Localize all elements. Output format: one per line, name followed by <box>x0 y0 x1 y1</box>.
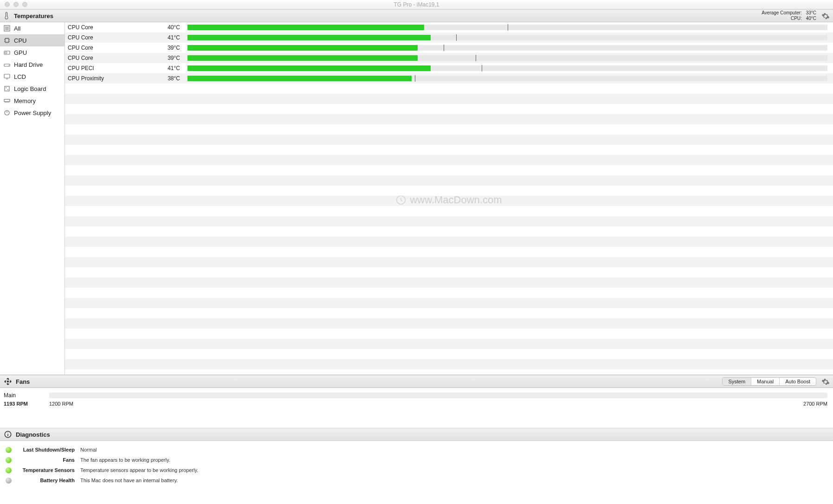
fan-mode-manual[interactable]: Manual <box>751 378 780 385</box>
diagnostics-title: Diagnostics <box>16 431 50 438</box>
sensor-row: CPU Proximity38°C <box>65 73 833 84</box>
diagnostic-value: The fan appears to be working properly. <box>80 457 170 463</box>
status-dot-icon <box>6 478 12 484</box>
minimize-window-icon[interactable] <box>13 2 19 7</box>
svg-point-10 <box>7 89 8 90</box>
sensor-name: CPU Proximity <box>67 75 160 82</box>
svg-point-9 <box>6 87 6 88</box>
sensor-bar-tick <box>482 65 482 71</box>
fan-mode-segmented[interactable]: System Manual Auto Boost <box>722 377 816 386</box>
fans-title: Fans <box>16 378 30 385</box>
fan-row: Main <box>4 392 827 399</box>
empty-row <box>65 298 833 308</box>
svg-rect-1 <box>5 26 9 30</box>
sensor-bar-fill <box>187 45 418 51</box>
sensor-name: CPU Core <box>67 34 160 41</box>
sidebar-item-logic-board[interactable]: Logic Board <box>0 83 65 95</box>
diagnostic-value: Temperature sensors appear to be working… <box>80 467 198 473</box>
zoom-window-icon[interactable] <box>22 2 27 7</box>
sensor-row: CPU Core40°C <box>65 22 833 32</box>
empty-row <box>65 84 833 94</box>
info-icon <box>4 430 12 439</box>
empty-row <box>65 288 833 298</box>
empty-row <box>65 104 833 114</box>
empty-row <box>65 94 833 104</box>
temperatures-body: All CPU GPU Hard Drive LCD Logic Board M… <box>0 22 833 375</box>
empty-row <box>65 186 833 196</box>
fan-mode-system[interactable]: System <box>723 378 751 385</box>
fan-mode-auto-boost[interactable]: Auto Boost <box>780 378 816 385</box>
sidebar-item-hard-drive[interactable]: Hard Drive <box>0 58 65 71</box>
sensor-bar-tick <box>444 45 444 51</box>
empty-row <box>65 339 833 349</box>
sensor-bar <box>187 45 827 51</box>
sidebar-item-label: LCD <box>14 73 26 80</box>
empty-row <box>65 175 833 186</box>
fan-icon <box>4 377 12 386</box>
empty-row <box>65 318 833 329</box>
svg-rect-7 <box>4 74 10 78</box>
close-window-icon[interactable] <box>5 2 10 7</box>
svg-rect-11 <box>4 99 10 102</box>
sensor-name: CPU Core <box>67 45 160 51</box>
sensor-row: CPU Core39°C <box>65 53 833 63</box>
empty-row <box>65 145 833 155</box>
category-sidebar: All CPU GPU Hard Drive LCD Logic Board M… <box>0 22 65 375</box>
fan-min-rpm: 1200 RPM <box>49 401 96 407</box>
sensor-bar-fill <box>187 55 418 61</box>
sidebar-item-power-supply[interactable]: Power Supply <box>0 107 65 119</box>
fan-meta: 1193 RPM 1200 RPM 2700 RPM <box>4 401 827 407</box>
sidebar-item-lcd[interactable]: LCD <box>0 71 65 83</box>
fan-bar <box>49 393 827 398</box>
sidebar-item-memory[interactable]: Memory <box>0 95 65 107</box>
empty-row <box>65 124 833 135</box>
sidebar-item-label: Memory <box>14 97 36 104</box>
header-summary: Average Computer: 33°C CPU: 40°C <box>762 10 816 22</box>
sensor-value: 41°C <box>160 65 187 71</box>
sensor-value: 39°C <box>160 45 187 51</box>
fans-body: Main 1193 RPM 1200 RPM 2700 RPM <box>0 388 833 428</box>
temperatures-header: Temperatures Average Computer: 33°C CPU:… <box>0 9 833 22</box>
empty-row <box>65 257 833 267</box>
sensor-name: CPU Core <box>67 24 160 31</box>
svg-rect-8 <box>5 86 9 91</box>
thermometer-icon <box>4 12 10 20</box>
empty-row <box>65 226 833 237</box>
sensor-bar-tick <box>456 34 457 41</box>
empty-row <box>65 114 833 124</box>
empty-row <box>65 359 833 369</box>
empty-row <box>65 216 833 226</box>
power-icon <box>4 110 10 116</box>
sensor-bar-fill <box>187 76 412 81</box>
empty-row <box>65 278 833 288</box>
monitor-icon <box>4 73 10 80</box>
sidebar-item-gpu[interactable]: GPU <box>0 46 65 58</box>
diagnostic-value: This Mac does not have an internal batte… <box>80 478 178 483</box>
status-dot-icon <box>6 457 12 463</box>
empty-row <box>65 135 833 145</box>
sensor-bar <box>187 76 827 81</box>
avg-computer-label: Average Computer: <box>762 10 802 15</box>
fan-max-rpm: 2700 RPM <box>803 401 827 407</box>
temperatures-settings-button[interactable] <box>821 12 830 21</box>
diagnostic-row: FansThe fan appears to be working proper… <box>6 455 827 465</box>
sensor-bar-tick <box>508 24 508 31</box>
sensor-name: CPU Core <box>67 55 160 61</box>
empty-row <box>65 308 833 318</box>
fans-settings-button[interactable] <box>821 377 830 387</box>
temperatures-title: Temperatures <box>14 13 53 19</box>
sensor-bar-fill <box>187 25 424 30</box>
avg-computer-value: 33°C <box>806 10 816 15</box>
status-dot-icon <box>6 467 12 473</box>
diagnostic-label: Battery Health <box>19 478 75 483</box>
sidebar-item-cpu[interactable]: CPU <box>0 34 65 46</box>
fan-current-rpm: 1193 RPM <box>4 401 49 407</box>
memory-icon <box>4 97 10 104</box>
sensor-list: CPU Core40°CCPU Core41°CCPU Core39°CCPU … <box>65 22 833 375</box>
sensor-bar <box>187 65 827 71</box>
cpu-summary-label: CPU: <box>791 16 802 21</box>
empty-row <box>65 155 833 165</box>
empty-row <box>65 206 833 216</box>
sidebar-item-all[interactable]: All <box>0 22 65 34</box>
empty-row <box>65 196 833 206</box>
